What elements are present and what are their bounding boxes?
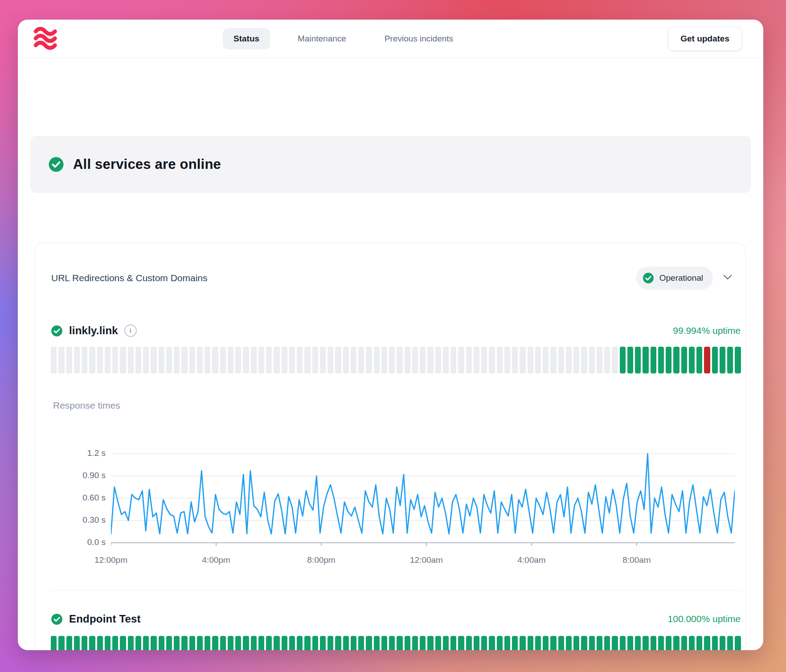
- uptime-bar-segment[interactable]: [689, 347, 695, 373]
- uptime-bar-segment[interactable]: [74, 347, 80, 373]
- uptime-bar-segment[interactable]: [304, 636, 310, 650]
- uptime-bar-segment[interactable]: [689, 636, 695, 650]
- uptime-bar-segment[interactable]: [405, 636, 410, 650]
- uptime-bar-segment[interactable]: [105, 636, 111, 650]
- uptime-bar-segment[interactable]: [181, 636, 187, 650]
- uptime-bar-segment[interactable]: [128, 347, 134, 373]
- uptime-bar-segment[interactable]: [604, 636, 610, 650]
- uptime-bar-segment[interactable]: [112, 347, 118, 373]
- uptime-bar-segment[interactable]: [112, 636, 118, 650]
- uptime-bar-segment[interactable]: [712, 636, 718, 650]
- uptime-bar-segment[interactable]: [720, 636, 725, 650]
- uptime-bar-segment[interactable]: [643, 636, 648, 650]
- uptime-bar-segment[interactable]: [174, 347, 180, 373]
- uptime-bar-segment[interactable]: [51, 347, 57, 373]
- uptime-bar-segment[interactable]: [550, 636, 556, 650]
- uptime-bar-segment[interactable]: [235, 347, 241, 373]
- uptime-bar-segment[interactable]: [620, 636, 626, 650]
- uptime-bar-segment[interactable]: [612, 347, 618, 373]
- uptime-bar-segment[interactable]: [312, 636, 318, 650]
- uptime-bar-segment[interactable]: [335, 636, 341, 650]
- uptime-bar-segment[interactable]: [397, 347, 402, 373]
- uptime-bar-segment[interactable]: [159, 636, 164, 650]
- uptime-bar-segment[interactable]: [535, 347, 541, 373]
- uptime-bar-segment[interactable]: [673, 636, 679, 650]
- uptime-bar-segment[interactable]: [581, 636, 587, 650]
- uptime-bar-segment[interactable]: [274, 347, 279, 373]
- uptime-bar-segment[interactable]: [512, 347, 518, 373]
- uptime-bar-segment[interactable]: [566, 347, 572, 373]
- uptime-bar-segment[interactable]: [651, 636, 656, 650]
- uptime-bar-segment[interactable]: [381, 636, 387, 650]
- uptime-bar-segment[interactable]: [166, 636, 172, 650]
- uptime-bar-segment[interactable]: [120, 347, 126, 373]
- uptime-bar-segment[interactable]: [258, 636, 264, 650]
- uptime-bar-segment[interactable]: [151, 347, 156, 373]
- uptime-bar-segment[interactable]: [543, 347, 549, 373]
- uptime-bar-segment[interactable]: [535, 636, 541, 650]
- uptime-bar-segment[interactable]: [358, 636, 364, 650]
- uptime-bar-segment[interactable]: [312, 347, 318, 373]
- uptime-bar-segment[interactable]: [243, 636, 249, 650]
- uptime-bar-segment[interactable]: [589, 347, 595, 373]
- uptime-bar-segment[interactable]: [558, 347, 564, 373]
- uptime-bar-segment[interactable]: [351, 347, 356, 373]
- uptime-bar-segment[interactable]: [497, 347, 503, 373]
- uptime-bar-segment[interactable]: [189, 636, 195, 650]
- uptime-bar-segment[interactable]: [581, 347, 587, 373]
- uptime-bar-segment[interactable]: [174, 636, 180, 650]
- uptime-bar-segment[interactable]: [251, 636, 257, 650]
- uptime-bar-segment[interactable]: [389, 347, 395, 373]
- uptime-bar-segment[interactable]: [696, 347, 702, 373]
- uptime-bar-segment[interactable]: [251, 347, 257, 373]
- uptime-bar-segment[interactable]: [720, 347, 725, 373]
- uptime-bar-segment[interactable]: [235, 636, 241, 650]
- uptime-bar-segment[interactable]: [666, 347, 671, 373]
- uptime-bar-segment[interactable]: [558, 636, 564, 650]
- uptime-bar-segment[interactable]: [658, 636, 664, 650]
- uptime-bar-segment[interactable]: [220, 636, 226, 650]
- uptime-bar-segment[interactable]: [181, 347, 187, 373]
- uptime-bar-segment[interactable]: [89, 347, 95, 373]
- uptime-bar-segment[interactable]: [97, 636, 103, 650]
- uptime-bar-segment[interactable]: [135, 636, 141, 650]
- uptime-bar-segment[interactable]: [489, 636, 495, 650]
- uptime-bar-segment[interactable]: [366, 347, 372, 373]
- uptime-bar-segment[interactable]: [420, 636, 426, 650]
- uptime-bar-segment[interactable]: [289, 347, 295, 373]
- uptime-bar-segment[interactable]: [481, 347, 487, 373]
- uptime-bar-segment[interactable]: [573, 347, 579, 373]
- uptime-bar-segment[interactable]: [727, 347, 733, 373]
- tab-previous-incidents[interactable]: Previous incidents: [374, 28, 464, 49]
- uptime-bar-segment[interactable]: [735, 347, 741, 373]
- uptime-bar-segment[interactable]: [374, 636, 380, 650]
- uptime-bar-segment[interactable]: [612, 636, 618, 650]
- uptime-bar-segment[interactable]: [673, 347, 679, 373]
- uptime-bar-segment[interactable]: [458, 636, 464, 650]
- uptime-bar-segment[interactable]: [159, 347, 164, 373]
- uptime-bar-segment[interactable]: [66, 636, 72, 650]
- uptime-bar-segment[interactable]: [681, 347, 687, 373]
- uptime-bar-segment[interactable]: [266, 347, 272, 373]
- uptime-bar-segment[interactable]: [274, 636, 279, 650]
- uptime-bar-segment[interactable]: [420, 347, 426, 373]
- uptime-bar-segment[interactable]: [397, 636, 402, 650]
- uptime-bar-segment[interactable]: [282, 636, 287, 650]
- uptime-bar-segment[interactable]: [320, 636, 326, 650]
- uptime-bar-segment[interactable]: [504, 636, 510, 650]
- uptime-bar-segment[interactable]: [620, 347, 626, 373]
- uptime-bar-segment[interactable]: [504, 347, 510, 373]
- uptime-bar-segment[interactable]: [120, 636, 126, 650]
- uptime-bar-segment[interactable]: [82, 636, 87, 650]
- uptime-bar-segment[interactable]: [343, 636, 349, 650]
- uptime-bar-segment[interactable]: [597, 347, 602, 373]
- uptime-bar-segment[interactable]: [412, 347, 418, 373]
- uptime-bar-segment[interactable]: [543, 636, 549, 650]
- uptime-bar-segment[interactable]: [658, 347, 664, 373]
- uptime-bar-segment[interactable]: [520, 636, 525, 650]
- uptime-bar-segment[interactable]: [635, 347, 641, 373]
- linkly-logo-icon[interactable]: [33, 26, 57, 50]
- uptime-bar-segment[interactable]: [466, 636, 472, 650]
- uptime-bar-segment[interactable]: [704, 347, 710, 373]
- tab-maintenance[interactable]: Maintenance: [287, 28, 357, 49]
